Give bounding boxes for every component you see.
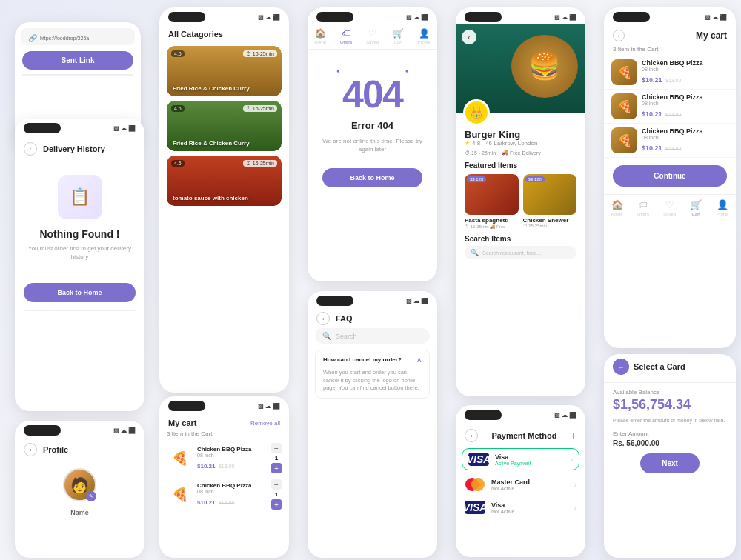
nav-offers[interactable]: 🏷 Offers bbox=[637, 199, 649, 216]
food-item-2[interactable]: 4.5 ⏱ 15-25min Fried Rice & Chicken Curr… bbox=[167, 101, 282, 151]
qty-increase[interactable]: + bbox=[271, 499, 282, 510]
time-badge-3: ⏱ 15-25min bbox=[243, 160, 277, 167]
featured-name-1: Pasta spaghetti bbox=[465, 217, 519, 224]
cart-small-title: My cart bbox=[168, 419, 197, 427]
amount-value: Rs. 56,000.00 bbox=[604, 439, 736, 453]
search-placeholder: Search bbox=[336, 333, 357, 340]
nav-saved-label: Saved bbox=[366, 40, 379, 44]
cart-lg-item-1[interactable]: 🍕 Chicken BBQ Pizza 08 inch $10.21 $13.0… bbox=[604, 56, 736, 90]
status-bar: ▨ ☁ ⬛ bbox=[15, 119, 144, 135]
payment-option-visa-active[interactable]: VISA Visa Active Payment › bbox=[462, 448, 579, 470]
food-item-3[interactable]: 4.5 ⏱ 15-25min tomato sauce with chicken bbox=[167, 156, 282, 206]
back-arrow-button[interactable]: ← bbox=[613, 359, 629, 375]
sent-link-button[interactable]: Sent Link bbox=[22, 51, 133, 70]
edit-badge[interactable]: ✎ bbox=[86, 491, 96, 501]
faq-toggle-icon[interactable]: ∧ bbox=[416, 356, 422, 364]
nav-offers[interactable]: 🏷 Offers bbox=[340, 28, 352, 44]
status-icons: ▨ ☁ ⬛ bbox=[705, 14, 727, 21]
cart-small-header: My cart Remove all bbox=[159, 413, 289, 430]
back-home-button[interactable]: Back to Home bbox=[24, 283, 136, 302]
empty-state: 📋 Nothing Found ! You must order first t… bbox=[15, 160, 144, 272]
food-badge-3: 4.5 bbox=[171, 160, 185, 167]
home-icon: 🏠 bbox=[611, 199, 623, 210]
back-button[interactable]: ‹ bbox=[24, 443, 37, 456]
featured-meta-2: ⏱ 15-25min bbox=[523, 224, 577, 228]
nav-profile-label: Profile bbox=[716, 212, 728, 216]
back-button[interactable]: ‹ bbox=[613, 30, 625, 41]
back-button[interactable]: ‹ bbox=[24, 142, 37, 156]
notch bbox=[316, 296, 353, 306]
next-button[interactable]: Next bbox=[640, 453, 700, 473]
nav-home-label: Home bbox=[611, 212, 623, 216]
faq-question-text: How can I cancel my order? bbox=[323, 356, 402, 363]
cart-lg-item-3[interactable]: 🍕 Chicken BBQ Pizza 08 inch $10.21 $13.0… bbox=[604, 124, 736, 158]
search-icon: 🔍 bbox=[471, 249, 479, 256]
nav-home[interactable]: 🏠 Home bbox=[314, 28, 326, 44]
qty-control-2[interactable]: − 1 + bbox=[271, 479, 282, 510]
mc-circle-orange bbox=[471, 478, 485, 491]
food-item[interactable]: 4.5 ⏱ 15-25min Fried Rice & Chicken Curr… bbox=[167, 46, 282, 96]
qty-control-1[interactable]: − 1 + bbox=[271, 443, 282, 473]
search-items-title: Search Items bbox=[465, 235, 576, 243]
status-icons: ▨ ☁ ⬛ bbox=[113, 125, 136, 132]
add-payment-button[interactable]: + bbox=[571, 430, 576, 441]
cart-item-1[interactable]: 🍕 Chicken BBQ Pizza 08 inch $10.21 $13.0… bbox=[159, 440, 289, 476]
nav-offers-label: Offers bbox=[340, 40, 352, 44]
restaurant-name: Burger King bbox=[465, 129, 576, 140]
visa-card-icon: VISA bbox=[468, 453, 489, 466]
cart-large-count: 3 Item in the Cart bbox=[604, 46, 736, 56]
faq-search-bar[interactable]: 🔍 Search bbox=[315, 328, 430, 344]
back-button[interactable]: ‹ bbox=[316, 312, 330, 325]
nav-saved[interactable]: ♡ Saved bbox=[663, 199, 676, 216]
delivery-icon: 🚚 bbox=[502, 150, 508, 156]
hero-back-button[interactable]: ‹ bbox=[462, 30, 476, 44]
faq-question-row[interactable]: How can I cancel my order? ∧ bbox=[316, 350, 429, 369]
remove-all-button[interactable]: Remove all bbox=[250, 420, 280, 427]
status-bar: ▨ ☁ ⬛ bbox=[456, 7, 585, 24]
status-icons: ▨ ☁ ⬛ bbox=[406, 298, 428, 304]
search-bar[interactable]: 🔍 Search restaurant, food... bbox=[465, 246, 576, 259]
qty-decrease[interactable]: − bbox=[271, 479, 282, 490]
nav-saved[interactable]: ♡ Saved bbox=[366, 28, 379, 44]
featured-item-1[interactable]: $$ 120 Pasta spaghetti ⏱ 15-25min 🚚 Free bbox=[465, 174, 519, 229]
mastercard-circles bbox=[465, 478, 485, 491]
offers-icon: 🏷 bbox=[342, 28, 350, 39]
status-bar: ▨ ☁ ⬛ bbox=[159, 7, 289, 24]
notch bbox=[613, 12, 650, 22]
cart-large-card: ▨ ☁ ⬛ ‹ My cart 3 Item in the Cart 🍕 Chi… bbox=[604, 7, 736, 348]
select-card-header: ← Select a Card bbox=[604, 354, 736, 383]
nav-cart[interactable]: 🛒 Cart bbox=[690, 199, 702, 216]
payment-info-2: Master Card Not Active bbox=[491, 479, 568, 491]
cart-item-2[interactable]: 🍕 Chicken BBQ Pizza 08 inch $10.21 $13.0… bbox=[159, 476, 289, 513]
balance-amount: $1,56,754.34 bbox=[604, 397, 736, 417]
search-icon: 🔍 bbox=[322, 332, 331, 340]
payment-option-visa-2[interactable]: VISA Visa Not Active › bbox=[456, 496, 585, 519]
nav-home[interactable]: 🏠 Home bbox=[611, 199, 623, 216]
cart-lg-img-1: 🍕 bbox=[611, 59, 637, 85]
cart-large-title: My cart bbox=[631, 30, 727, 41]
select-card-card: ← Select a Card Available Balance $1,56,… bbox=[604, 354, 736, 558]
continue-button[interactable]: Continue bbox=[613, 165, 727, 187]
profile-header: ‹ Profile bbox=[15, 437, 144, 461]
nav-profile[interactable]: 👤 Profile bbox=[716, 199, 728, 216]
cart-large-header: ‹ My cart bbox=[604, 24, 736, 46]
nav-cart[interactable]: 🛒 Cart bbox=[393, 28, 404, 44]
status-bar: ▨ ☁ ⬛ bbox=[456, 405, 585, 421]
enter-amount-label: Enter Amount bbox=[604, 430, 736, 439]
featured-item-2[interactable]: $$ 120 Chicken Shewer ⏱ 15-25min bbox=[523, 174, 577, 229]
qty-increase[interactable]: + bbox=[271, 463, 282, 473]
nav-profile[interactable]: 👤 Profile bbox=[418, 28, 431, 44]
back-to-home-button[interactable]: Back to Home bbox=[322, 168, 422, 187]
payment-card: ▨ ☁ ⬛ ‹ Payment Method + VISA Visa Activ… bbox=[456, 405, 585, 557]
empty-icon: 📋 bbox=[58, 175, 102, 219]
status-bar: ▨ ☁ ⬛ bbox=[604, 7, 736, 24]
faq-item-1[interactable]: How can I cancel my order? ∧ When you st… bbox=[315, 350, 430, 399]
cart-lg-item-2[interactable]: 🍕 Chicken BBQ Pizza 08 inch $10.21 $13.0… bbox=[604, 90, 736, 124]
faq-answer-text: When you start and order you can cancel … bbox=[316, 369, 429, 398]
back-button[interactable]: ‹ bbox=[465, 429, 478, 442]
featured-title: Featured Items bbox=[465, 161, 576, 170]
qty-decrease[interactable]: − bbox=[271, 443, 282, 453]
nav-profile-label: Profile bbox=[418, 40, 431, 44]
payment-option-mastercard[interactable]: Master Card Not Active › bbox=[456, 473, 585, 496]
restaurant-logo: 👑 bbox=[463, 99, 490, 126]
